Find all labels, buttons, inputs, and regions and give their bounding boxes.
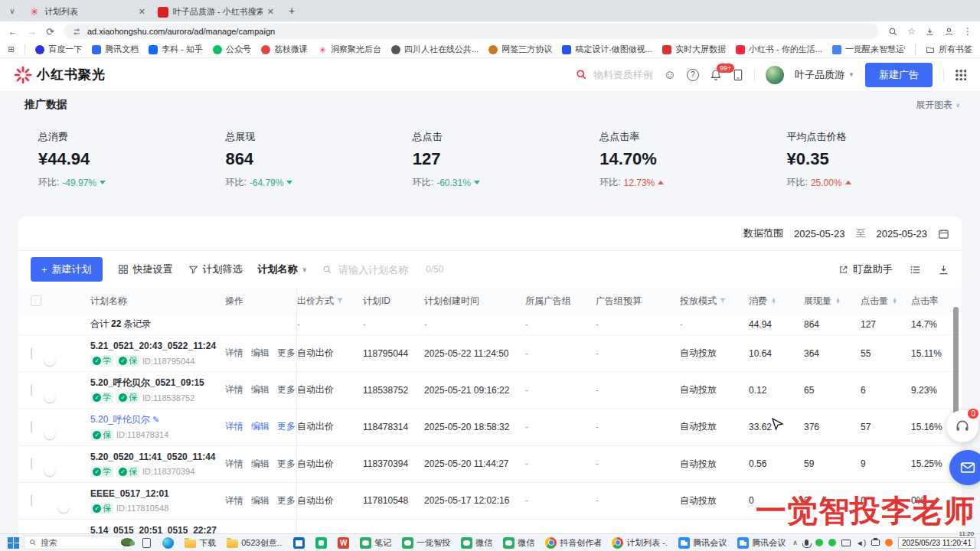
col-bid[interactable]: 出价方式 bbox=[297, 295, 363, 308]
sort-icon[interactable]: ▲▼ bbox=[771, 298, 776, 304]
row-checkbox[interactable] bbox=[31, 347, 32, 360]
bookmark-star-icon[interactable]: ☆ bbox=[907, 26, 916, 37]
bookmark-item[interactable]: 荔枝微课 bbox=[261, 44, 308, 55]
edit-link[interactable]: 编辑 bbox=[251, 494, 270, 507]
security-tray-icon[interactable] bbox=[885, 539, 893, 546]
wechat-tray-icon[interactable] bbox=[828, 539, 836, 546]
select-all-checkbox[interactable] bbox=[31, 295, 41, 306]
taskbar-app[interactable] bbox=[310, 534, 332, 551]
date-end[interactable]: 2025-05-23 bbox=[877, 228, 928, 240]
detail-link[interactable]: 详情 bbox=[225, 347, 243, 360]
taskbar-app[interactable]: 下载 bbox=[179, 534, 221, 551]
bookmark-item[interactable]: ✳ 洞察聚光后台 bbox=[318, 44, 381, 55]
taskbar-search[interactable]: 搜索 bbox=[24, 536, 125, 549]
more-link[interactable]: 更多 bbox=[277, 383, 296, 396]
edit-link[interactable]: 编辑 bbox=[251, 458, 270, 471]
brand-logo[interactable]: 小红书聚光 bbox=[14, 66, 106, 84]
taskbar-app[interactable]: 抖音创作者... bbox=[540, 534, 606, 551]
tray-expand-icon[interactable]: ∧ bbox=[792, 539, 798, 546]
back-icon[interactable]: ← bbox=[8, 26, 18, 37]
taskbar-app[interactable]: 计划列表 -... bbox=[606, 534, 673, 551]
taskbar-app[interactable]: 腾讯会议 bbox=[732, 534, 791, 551]
edit-pencil-icon[interactable]: ✎ bbox=[152, 415, 159, 424]
row-checkbox[interactable] bbox=[31, 494, 32, 507]
task-view-icon[interactable] bbox=[142, 538, 152, 548]
search-field-select[interactable]: 计划名称 ∨ bbox=[258, 262, 308, 276]
apps-grid-icon[interactable]: ⊞ bbox=[8, 44, 15, 54]
header-search[interactable]: 物料资质样例 bbox=[576, 68, 653, 82]
taskbar-app[interactable]: 0523创意... bbox=[221, 534, 288, 551]
more-link[interactable]: 更多 bbox=[277, 494, 296, 507]
tab-close-icon[interactable]: ✕ bbox=[139, 7, 145, 17]
calendar-icon[interactable] bbox=[938, 228, 949, 240]
forward-icon[interactable]: → bbox=[27, 26, 37, 37]
more-link[interactable]: 更多 bbox=[277, 420, 296, 433]
detail-link[interactable]: 详情 bbox=[225, 420, 243, 433]
profile-icon[interactable] bbox=[944, 27, 954, 37]
taskbar-app[interactable] bbox=[332, 534, 354, 551]
menu-dots-icon[interactable]: ⋮ bbox=[963, 26, 972, 37]
wechat-tray-icon[interactable] bbox=[815, 539, 823, 546]
date-start[interactable]: 2025-05-23 bbox=[794, 228, 845, 240]
plan-name[interactable]: EEEE_0517_12:01 bbox=[90, 488, 169, 499]
row-checkbox[interactable] bbox=[31, 384, 32, 396]
all-bookmarks-button[interactable]: 所有书签 bbox=[926, 44, 972, 55]
avatar[interactable] bbox=[766, 66, 784, 84]
volume-icon[interactable]: ◄) bbox=[856, 539, 866, 547]
more-link[interactable]: 更多 bbox=[277, 458, 296, 471]
site-info-icon[interactable] bbox=[73, 28, 81, 36]
col-mode[interactable]: 投放模式 bbox=[680, 295, 749, 308]
mic-icon[interactable] bbox=[805, 540, 808, 546]
search-icon[interactable] bbox=[888, 27, 898, 37]
printer-icon[interactable] bbox=[871, 540, 880, 546]
col-clicks[interactable]: 点击量▲▼ bbox=[861, 295, 911, 308]
tab-close-icon[interactable]: ✕ bbox=[267, 7, 274, 17]
column-settings-icon[interactable] bbox=[910, 264, 921, 276]
notifications-bell-icon[interactable]: 99+ bbox=[710, 69, 722, 81]
sort-icon[interactable]: ▲▼ bbox=[835, 298, 841, 304]
taskbar-app[interactable]: 笔记 bbox=[354, 534, 397, 551]
taskbar-app[interactable]: 微信 bbox=[456, 534, 498, 551]
display-tray-icon[interactable] bbox=[841, 540, 851, 546]
detail-link[interactable]: 详情 bbox=[225, 383, 243, 396]
sort-icon[interactable]: ▲▼ bbox=[892, 298, 897, 304]
bookmark-item[interactable]: 公众号 bbox=[213, 44, 251, 55]
message-button[interactable] bbox=[949, 450, 980, 485]
bookmark-item[interactable]: 一觉醒来智慧运营v... bbox=[832, 44, 905, 55]
download-icon[interactable] bbox=[925, 27, 935, 37]
edit-link[interactable]: 编辑 bbox=[251, 420, 270, 433]
plan-name[interactable]: 5.20_呼伦贝尔 bbox=[90, 414, 150, 425]
bookmark-item[interactable]: 百度一下 bbox=[35, 44, 82, 55]
plan-search-input[interactable] bbox=[337, 263, 421, 276]
taskbar-app[interactable] bbox=[157, 534, 179, 551]
quick-settings-button[interactable]: 快捷设置 bbox=[118, 262, 173, 276]
taskbar-app[interactable]: 微信 bbox=[498, 534, 540, 551]
help-icon[interactable]: ? bbox=[687, 69, 699, 81]
bookmark-item[interactable]: 网签三方协议 bbox=[488, 44, 552, 55]
col-cost[interactable]: 消费▲▼ bbox=[749, 295, 804, 308]
detail-link[interactable]: 详情 bbox=[225, 458, 243, 471]
plan-name[interactable]: 5.20_呼伦贝尔_0521_09:15 bbox=[90, 377, 204, 388]
plan-name[interactable]: 5.21_0521_20:43_0522_11:24 bbox=[90, 341, 216, 351]
row-checkbox[interactable] bbox=[31, 421, 32, 433]
clock-widget[interactable]: 11:20 2025/05/23 11:20:41 bbox=[898, 537, 975, 548]
start-button[interactable] bbox=[8, 537, 18, 549]
mobile-preview-icon[interactable] bbox=[733, 69, 743, 81]
taskbar-app[interactable]: 一觉智投 bbox=[397, 534, 456, 551]
bookmark-item[interactable]: 小红书 - 你的生活... bbox=[736, 44, 822, 55]
edit-link[interactable]: 编辑 bbox=[251, 383, 270, 396]
bookmark-item[interactable]: 李科 - 知乎 bbox=[149, 44, 203, 55]
taskbar-app[interactable]: 腾讯会议 bbox=[673, 534, 732, 551]
edit-link[interactable]: 编辑 bbox=[251, 347, 270, 360]
browser-tab[interactable]: 叶子品质游 - 小红书搜索 ✕ bbox=[152, 2, 280, 21]
browser-tab[interactable]: ✳ 计划列表 ✕ bbox=[23, 2, 152, 21]
row-checkbox[interactable] bbox=[31, 458, 32, 470]
tab-search-chevron-icon[interactable]: ∨ bbox=[5, 3, 20, 18]
emoji-icon[interactable]: ☺ bbox=[664, 68, 676, 82]
new-plan-button[interactable]: + 新建计划 bbox=[31, 257, 103, 282]
new-ad-button[interactable]: 新建广告 bbox=[865, 63, 933, 87]
more-link[interactable]: 更多 bbox=[277, 347, 296, 360]
bookmark-item[interactable]: 实时大屏数据 bbox=[662, 44, 726, 55]
monitor-assistant-button[interactable]: 盯盘助手 bbox=[838, 262, 893, 276]
apps-grid-icon[interactable] bbox=[955, 69, 966, 80]
